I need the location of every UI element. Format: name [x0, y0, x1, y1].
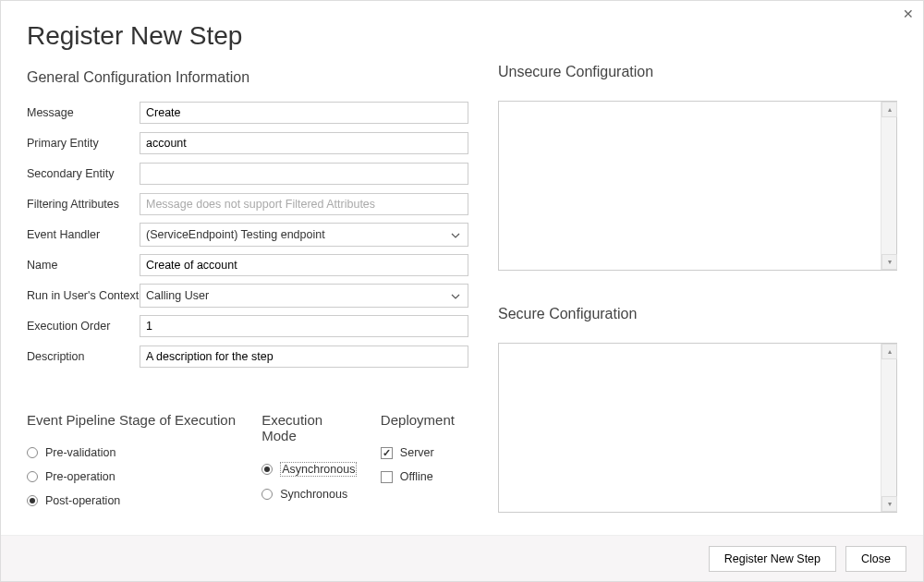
bottom-option-groups: Event Pipeline Stage of Execution Pre-va… — [27, 412, 468, 518]
checkbox-label: Server — [400, 446, 434, 459]
radio-post-operation[interactable]: Post-operation — [27, 494, 239, 507]
scrollbar[interactable]: ▴ ▾ — [881, 344, 896, 512]
radio-asynchronous[interactable]: Asynchronous — [261, 462, 359, 477]
row-filtering-attributes: Filtering Attributes — [27, 192, 468, 216]
radio-icon — [261, 464, 273, 475]
run-context-select[interactable]: Calling User — [140, 284, 468, 308]
label-filtering-attributes: Filtering Attributes — [27, 198, 140, 211]
label-description: Description — [27, 350, 140, 363]
radio-synchronous[interactable]: Synchronous — [261, 488, 359, 501]
row-name: Name — [27, 253, 468, 277]
dialog-title: Register New Step — [1, 1, 923, 56]
label-event-handler: Event Handler — [27, 228, 140, 241]
execution-mode-header: Execution Mode — [261, 412, 359, 443]
checkbox-icon — [381, 447, 393, 459]
execution-order-input[interactable] — [140, 315, 468, 337]
scroll-down-icon[interactable]: ▾ — [881, 496, 897, 512]
row-primary-entity: Primary Entity — [27, 131, 468, 155]
label-execution-order: Execution Order — [27, 320, 140, 333]
radio-label: Pre-operation — [45, 470, 116, 483]
radio-pre-validation[interactable]: Pre-validation — [27, 446, 239, 459]
radio-icon — [261, 489, 273, 500]
close-button[interactable]: Close — [845, 546, 906, 572]
row-run-context: Run in User's Context Calling User — [27, 284, 468, 308]
label-secondary-entity: Secondary Entity — [27, 167, 140, 180]
label-message: Message — [27, 106, 140, 119]
row-execution-order: Execution Order — [27, 314, 468, 338]
label-run-context: Run in User's Context — [27, 289, 140, 302]
checkbox-offline[interactable]: Offline — [381, 470, 468, 483]
pipeline-header: Event Pipeline Stage of Execution — [27, 412, 239, 428]
run-context-value: Calling User — [146, 289, 209, 302]
scroll-up-icon[interactable]: ▴ — [881, 102, 897, 117]
register-new-step-button[interactable]: Register New Step — [709, 546, 836, 572]
scroll-up-icon[interactable]: ▴ — [881, 344, 897, 359]
checkbox-label: Offline — [400, 470, 433, 483]
label-name: Name — [27, 259, 140, 272]
radio-icon — [27, 447, 38, 458]
secure-config-textarea[interactable]: ▴ ▾ — [498, 343, 897, 513]
secondary-entity-input[interactable] — [140, 163, 468, 185]
dialog-footer: Register New Step Close — [1, 535, 923, 581]
radio-label: Asynchronous — [280, 462, 357, 477]
radio-pre-operation[interactable]: Pre-operation — [27, 470, 239, 483]
dialog-content: General Configuration Information Messag… — [1, 56, 923, 535]
checkbox-icon — [381, 471, 393, 483]
right-column: Unsecure Configuration ▴ ▾ Secure Config… — [498, 64, 897, 535]
register-step-dialog: ✕ Register New Step General Configuratio… — [0, 0, 924, 582]
event-handler-value: (ServiceEndpoint) Testing endpoint — [146, 228, 325, 241]
close-icon[interactable]: ✕ — [903, 6, 914, 21]
message-input[interactable] — [140, 102, 468, 124]
description-input[interactable] — [140, 346, 468, 368]
row-event-handler: Event Handler (ServiceEndpoint) Testing … — [27, 223, 468, 247]
primary-entity-input[interactable] — [140, 132, 468, 154]
scrollbar[interactable]: ▴ ▾ — [881, 102, 896, 270]
row-secondary-entity: Secondary Entity — [27, 162, 468, 186]
radio-label: Post-operation — [45, 494, 120, 507]
deployment-header: Deployment — [381, 412, 468, 428]
scroll-down-icon[interactable]: ▾ — [881, 254, 897, 270]
left-column: General Configuration Information Messag… — [27, 64, 468, 535]
unsecure-config-header: Unsecure Configuration — [498, 64, 897, 80]
chevron-down-icon — [451, 228, 460, 241]
radio-label: Synchronous — [280, 488, 347, 501]
execution-mode-group: Execution Mode Asynchronous Synchronous — [261, 412, 359, 518]
radio-icon — [27, 471, 38, 482]
row-message: Message — [27, 101, 468, 125]
row-description: Description — [27, 345, 468, 369]
pipeline-stage-group: Event Pipeline Stage of Execution Pre-va… — [27, 412, 239, 518]
radio-icon — [27, 495, 38, 506]
general-config-header: General Configuration Information — [27, 69, 468, 86]
chevron-down-icon — [451, 289, 460, 302]
checkbox-server[interactable]: Server — [381, 446, 468, 459]
label-primary-entity: Primary Entity — [27, 137, 140, 150]
secure-config-header: Secure Configuration — [498, 306, 897, 322]
name-input[interactable] — [140, 254, 468, 276]
event-handler-select[interactable]: (ServiceEndpoint) Testing endpoint — [140, 223, 468, 247]
deployment-group: Deployment Server Offline — [381, 412, 468, 518]
filtering-attributes-input[interactable] — [140, 193, 468, 215]
unsecure-config-textarea[interactable]: ▴ ▾ — [498, 101, 897, 271]
radio-label: Pre-validation — [45, 446, 116, 459]
